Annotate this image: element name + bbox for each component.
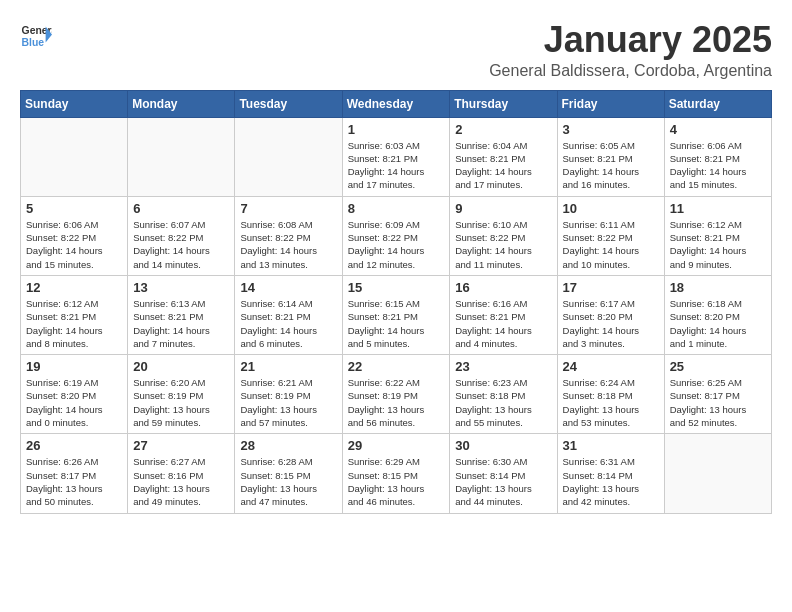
day-info: Sunrise: 6:21 AM Sunset: 8:19 PM Dayligh…	[240, 376, 336, 429]
logo: General Blue	[20, 20, 52, 52]
day-info: Sunrise: 6:27 AM Sunset: 8:16 PM Dayligh…	[133, 455, 229, 508]
day-info: Sunrise: 6:29 AM Sunset: 8:15 PM Dayligh…	[348, 455, 445, 508]
calendar-cell: 21Sunrise: 6:21 AM Sunset: 8:19 PM Dayli…	[235, 355, 342, 434]
day-info: Sunrise: 6:12 AM Sunset: 8:21 PM Dayligh…	[26, 297, 122, 350]
day-info: Sunrise: 6:22 AM Sunset: 8:19 PM Dayligh…	[348, 376, 445, 429]
day-info: Sunrise: 6:05 AM Sunset: 8:21 PM Dayligh…	[563, 139, 659, 192]
calendar-cell: 5Sunrise: 6:06 AM Sunset: 8:22 PM Daylig…	[21, 196, 128, 275]
header-monday: Monday	[128, 90, 235, 117]
calendar-cell: 12Sunrise: 6:12 AM Sunset: 8:21 PM Dayli…	[21, 275, 128, 354]
day-number: 10	[563, 201, 659, 216]
calendar-cell: 29Sunrise: 6:29 AM Sunset: 8:15 PM Dayli…	[342, 434, 450, 513]
day-info: Sunrise: 6:25 AM Sunset: 8:17 PM Dayligh…	[670, 376, 766, 429]
day-number: 9	[455, 201, 551, 216]
day-number: 1	[348, 122, 445, 137]
day-info: Sunrise: 6:09 AM Sunset: 8:22 PM Dayligh…	[348, 218, 445, 271]
calendar-cell	[664, 434, 771, 513]
header-thursday: Thursday	[450, 90, 557, 117]
calendar-cell: 8Sunrise: 6:09 AM Sunset: 8:22 PM Daylig…	[342, 196, 450, 275]
calendar-cell: 11Sunrise: 6:12 AM Sunset: 8:21 PM Dayli…	[664, 196, 771, 275]
calendar: Sunday Monday Tuesday Wednesday Thursday…	[20, 90, 772, 514]
day-number: 14	[240, 280, 336, 295]
calendar-cell: 24Sunrise: 6:24 AM Sunset: 8:18 PM Dayli…	[557, 355, 664, 434]
calendar-cell: 9Sunrise: 6:10 AM Sunset: 8:22 PM Daylig…	[450, 196, 557, 275]
calendar-cell: 16Sunrise: 6:16 AM Sunset: 8:21 PM Dayli…	[450, 275, 557, 354]
day-info: Sunrise: 6:19 AM Sunset: 8:20 PM Dayligh…	[26, 376, 122, 429]
weekday-header-row: Sunday Monday Tuesday Wednesday Thursday…	[21, 90, 772, 117]
day-info: Sunrise: 6:17 AM Sunset: 8:20 PM Dayligh…	[563, 297, 659, 350]
day-number: 16	[455, 280, 551, 295]
day-info: Sunrise: 6:26 AM Sunset: 8:17 PM Dayligh…	[26, 455, 122, 508]
day-number: 25	[670, 359, 766, 374]
calendar-cell: 19Sunrise: 6:19 AM Sunset: 8:20 PM Dayli…	[21, 355, 128, 434]
week-row-3: 12Sunrise: 6:12 AM Sunset: 8:21 PM Dayli…	[21, 275, 772, 354]
day-number: 29	[348, 438, 445, 453]
day-number: 7	[240, 201, 336, 216]
logo-icon: General Blue	[20, 20, 52, 52]
calendar-cell: 30Sunrise: 6:30 AM Sunset: 8:14 PM Dayli…	[450, 434, 557, 513]
day-number: 4	[670, 122, 766, 137]
day-number: 2	[455, 122, 551, 137]
day-number: 30	[455, 438, 551, 453]
day-info: Sunrise: 6:30 AM Sunset: 8:14 PM Dayligh…	[455, 455, 551, 508]
calendar-cell: 26Sunrise: 6:26 AM Sunset: 8:17 PM Dayli…	[21, 434, 128, 513]
calendar-cell: 1Sunrise: 6:03 AM Sunset: 8:21 PM Daylig…	[342, 117, 450, 196]
week-row-2: 5Sunrise: 6:06 AM Sunset: 8:22 PM Daylig…	[21, 196, 772, 275]
day-number: 20	[133, 359, 229, 374]
calendar-cell: 23Sunrise: 6:23 AM Sunset: 8:18 PM Dayli…	[450, 355, 557, 434]
day-info: Sunrise: 6:03 AM Sunset: 8:21 PM Dayligh…	[348, 139, 445, 192]
week-row-1: 1Sunrise: 6:03 AM Sunset: 8:21 PM Daylig…	[21, 117, 772, 196]
calendar-cell: 18Sunrise: 6:18 AM Sunset: 8:20 PM Dayli…	[664, 275, 771, 354]
day-info: Sunrise: 6:28 AM Sunset: 8:15 PM Dayligh…	[240, 455, 336, 508]
day-number: 21	[240, 359, 336, 374]
week-row-5: 26Sunrise: 6:26 AM Sunset: 8:17 PM Dayli…	[21, 434, 772, 513]
day-number: 18	[670, 280, 766, 295]
month-title: January 2025	[489, 20, 772, 60]
calendar-cell: 6Sunrise: 6:07 AM Sunset: 8:22 PM Daylig…	[128, 196, 235, 275]
title-block: January 2025 General Baldissera, Cordoba…	[489, 20, 772, 80]
calendar-cell: 27Sunrise: 6:27 AM Sunset: 8:16 PM Dayli…	[128, 434, 235, 513]
day-info: Sunrise: 6:06 AM Sunset: 8:21 PM Dayligh…	[670, 139, 766, 192]
svg-text:Blue: Blue	[22, 37, 45, 48]
page: General Blue January 2025 General Baldis…	[0, 0, 792, 524]
calendar-cell: 3Sunrise: 6:05 AM Sunset: 8:21 PM Daylig…	[557, 117, 664, 196]
day-info: Sunrise: 6:31 AM Sunset: 8:14 PM Dayligh…	[563, 455, 659, 508]
calendar-cell: 7Sunrise: 6:08 AM Sunset: 8:22 PM Daylig…	[235, 196, 342, 275]
day-info: Sunrise: 6:23 AM Sunset: 8:18 PM Dayligh…	[455, 376, 551, 429]
calendar-cell: 4Sunrise: 6:06 AM Sunset: 8:21 PM Daylig…	[664, 117, 771, 196]
day-info: Sunrise: 6:07 AM Sunset: 8:22 PM Dayligh…	[133, 218, 229, 271]
day-info: Sunrise: 6:04 AM Sunset: 8:21 PM Dayligh…	[455, 139, 551, 192]
day-number: 27	[133, 438, 229, 453]
calendar-cell	[128, 117, 235, 196]
day-number: 6	[133, 201, 229, 216]
calendar-cell	[235, 117, 342, 196]
calendar-cell: 14Sunrise: 6:14 AM Sunset: 8:21 PM Dayli…	[235, 275, 342, 354]
header-saturday: Saturday	[664, 90, 771, 117]
day-number: 5	[26, 201, 122, 216]
calendar-cell: 28Sunrise: 6:28 AM Sunset: 8:15 PM Dayli…	[235, 434, 342, 513]
header: General Blue January 2025 General Baldis…	[20, 20, 772, 80]
day-number: 12	[26, 280, 122, 295]
day-number: 11	[670, 201, 766, 216]
day-number: 28	[240, 438, 336, 453]
day-number: 31	[563, 438, 659, 453]
calendar-cell: 10Sunrise: 6:11 AM Sunset: 8:22 PM Dayli…	[557, 196, 664, 275]
header-sunday: Sunday	[21, 90, 128, 117]
day-info: Sunrise: 6:06 AM Sunset: 8:22 PM Dayligh…	[26, 218, 122, 271]
location-title: General Baldissera, Cordoba, Argentina	[489, 62, 772, 80]
day-number: 3	[563, 122, 659, 137]
day-number: 19	[26, 359, 122, 374]
day-info: Sunrise: 6:08 AM Sunset: 8:22 PM Dayligh…	[240, 218, 336, 271]
day-number: 24	[563, 359, 659, 374]
calendar-cell: 25Sunrise: 6:25 AM Sunset: 8:17 PM Dayli…	[664, 355, 771, 434]
day-number: 8	[348, 201, 445, 216]
day-number: 17	[563, 280, 659, 295]
day-number: 26	[26, 438, 122, 453]
calendar-cell: 2Sunrise: 6:04 AM Sunset: 8:21 PM Daylig…	[450, 117, 557, 196]
day-info: Sunrise: 6:20 AM Sunset: 8:19 PM Dayligh…	[133, 376, 229, 429]
calendar-cell	[21, 117, 128, 196]
week-row-4: 19Sunrise: 6:19 AM Sunset: 8:20 PM Dayli…	[21, 355, 772, 434]
day-info: Sunrise: 6:12 AM Sunset: 8:21 PM Dayligh…	[670, 218, 766, 271]
calendar-cell: 17Sunrise: 6:17 AM Sunset: 8:20 PM Dayli…	[557, 275, 664, 354]
day-number: 15	[348, 280, 445, 295]
